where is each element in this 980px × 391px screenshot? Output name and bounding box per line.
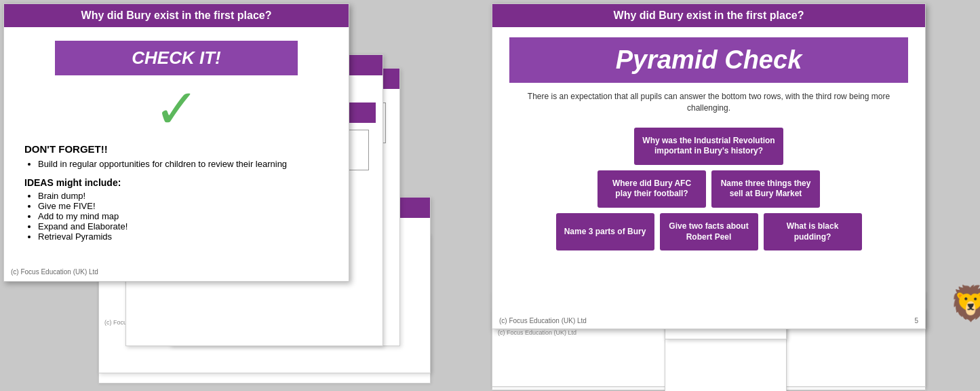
idea-item-3: Add to my mind map — [38, 211, 328, 221]
left-footer: (c) Focus Education (UK) Ltd — [11, 268, 98, 276]
pyramid-cell-robert-peel: Give two facts about Robert Peel — [660, 213, 758, 250]
ideas-heading: IDEAS might include: — [24, 177, 328, 188]
idea-item-1: Brain dump! — [38, 191, 328, 201]
left-section: (c) Focus Education (UK) Ltd What's new … — [0, 0, 488, 391]
right-section: (c) Focus Education (UK) Ltd (c) Focus E… — [488, 0, 980, 391]
main-right-card: Why did Bury exist in the first place? P… — [492, 3, 926, 329]
pyramid-row-1: Why was the Industrial Revolution import… — [634, 128, 783, 165]
pyramid-row-2: Where did Bury AFC play their football? … — [597, 170, 820, 208]
right-page-num: 5 — [914, 317, 918, 324]
idea-item-4: Expand and Elaborate! — [38, 221, 328, 231]
idea-item-5: Retrieval Pyramids — [38, 231, 328, 242]
dont-forget-item-1: Build in regular opportunities for child… — [38, 159, 328, 169]
check-it-banner: CHECK IT! — [55, 41, 298, 75]
checkmark-icon: ✓ — [24, 82, 328, 136]
dont-forget-heading: DON'T FORGET!! — [24, 143, 328, 155]
dont-forget-list: Build in regular opportunities for child… — [38, 159, 328, 169]
left-card-body: CHECK IT! ✓ DON'T FORGET!! Build in regu… — [4, 27, 349, 255]
main-left-card: Why did Bury exist in the first place? C… — [3, 3, 349, 282]
pyramid-cell-bury-afc: Where did Bury AFC play their football? — [597, 170, 706, 208]
pyramid-row-3: Name 3 parts of Bury Give two facts abou… — [556, 213, 862, 250]
mascot-icon: 🦁 — [949, 284, 980, 323]
idea-item-2: Give me FIVE! — [38, 201, 328, 211]
pyramid-cell-black-pudding: What is black pudding? — [764, 213, 862, 250]
pyramid-title: Pyramid Check — [509, 37, 908, 83]
right-footer: (c) Focus Education (UK) Ltd — [499, 317, 587, 324]
right-card-body: Pyramid Check There is an expectation th… — [492, 27, 925, 261]
right-card-header: Why did Bury exist in the first place? — [492, 4, 925, 27]
left-card-header: Why did Bury exist in the first place? — [4, 4, 349, 27]
ideas-list: Brain dump! Give me FIVE! Add to my mind… — [38, 191, 328, 242]
pyramid-subtitle: There is an expectation that all pupils … — [509, 91, 908, 114]
pyramid-grid: Why was the Industrial Revolution import… — [509, 128, 908, 251]
pyramid-cell-bury-market: Name three things they sell at Bury Mark… — [711, 170, 820, 208]
pyramid-cell-industrial: Why was the Industrial Revolution import… — [634, 128, 783, 165]
pyramid-cell-name-parts: Name 3 parts of Bury — [556, 213, 654, 250]
